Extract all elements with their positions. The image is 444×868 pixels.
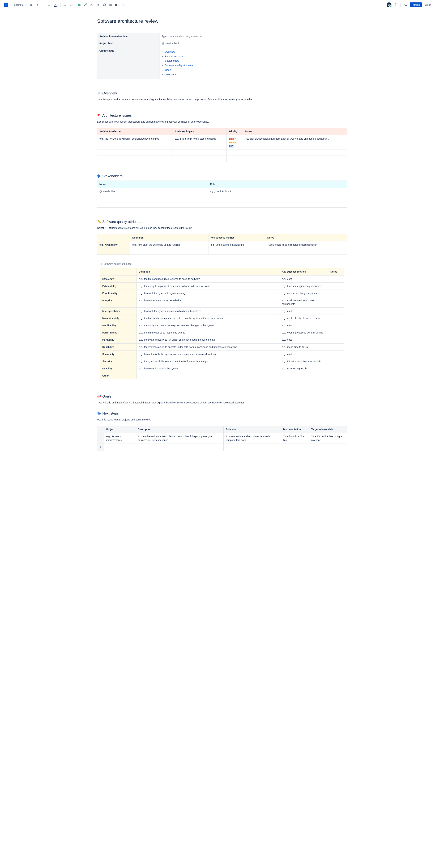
attr-name[interactable]: Reliability <box>100 343 137 350</box>
cell[interactable]: e.g., time and engineering resources <box>280 282 328 289</box>
find-replace-button[interactable] <box>403 2 408 8</box>
cell[interactable]: e.g., how well the system design is work… <box>137 290 280 297</box>
section-heading-issues[interactable]: 🚩 Architecture issues <box>97 114 347 118</box>
stakeholders-table[interactable]: Name Role @ stakeholder e.g., Lead Archi… <box>97 181 347 208</box>
attr-name[interactable]: Functionality <box>100 290 137 297</box>
cell[interactable]: e.g., work required to add new component… <box>280 297 328 308</box>
cell[interactable]: e.g., how cohesive is the system design <box>137 297 280 308</box>
cell[interactable] <box>328 308 344 315</box>
col-header[interactable]: Notes <box>265 234 347 241</box>
col-header[interactable] <box>97 234 130 241</box>
bullet-list-button[interactable] <box>62 2 67 8</box>
confluence-logo-icon[interactable] <box>4 3 8 7</box>
col-header[interactable]: Description <box>136 426 224 433</box>
cell[interactable]: Explain the time and resources required … <box>224 433 281 444</box>
toc-link[interactable]: Stakeholders <box>165 59 179 62</box>
toc-link[interactable]: Architecture issues <box>165 55 185 58</box>
cell[interactable]: e.g., cost <box>280 336 328 343</box>
attr-name[interactable]: Performance <box>100 329 137 336</box>
cell[interactable]: Explain the work your team plans to do a… <box>136 433 224 444</box>
cell[interactable]: e.g., events processed per unit of time <box>280 329 328 336</box>
col-header[interactable]: Priority <box>227 128 243 135</box>
cell[interactable]: e.g., mean time to failure <box>280 343 328 350</box>
meta-label[interactable]: Project lead <box>97 40 160 47</box>
cell[interactable] <box>328 336 344 343</box>
cell[interactable] <box>328 290 344 297</box>
attr-name[interactable]: Efficiency <box>100 275 137 282</box>
attr-name[interactable]: Integrity <box>100 297 137 308</box>
next-steps-table[interactable]: Project Description Estimate Documentati… <box>97 426 347 451</box>
section-heading-quality[interactable]: 📏 Software quality attributes <box>97 220 347 224</box>
toc-link[interactable]: Next steps <box>165 73 176 76</box>
col-header[interactable]: Business impact <box>173 128 226 135</box>
cell[interactable] <box>328 343 344 350</box>
quality-helper[interactable]: Select 1-2 attributes that your team wil… <box>97 226 347 230</box>
cell[interactable]: Type // to add a date using a calendar. <box>309 433 347 444</box>
attr-name[interactable]: Usability <box>100 365 137 372</box>
text-style-dropdown[interactable]: Heading 2 <box>11 3 28 7</box>
italic-button[interactable]: I <box>35 2 40 8</box>
issues-helper[interactable]: List issues with your current architectu… <box>97 120 347 124</box>
priority-cell[interactable]: HIGH / MEDIUM / LOW <box>227 135 243 150</box>
cell[interactable]: e.g., cost <box>280 350 328 358</box>
attr-name[interactable]: Scalability <box>100 350 137 358</box>
cell[interactable] <box>328 372 344 379</box>
cell[interactable]: e.g., how often the system is up and run… <box>130 241 208 248</box>
overview-helper[interactable]: Type /image to add an image of an archit… <box>97 98 347 101</box>
section-heading-stakeholders[interactable]: 🗣️ Stakeholders <box>97 174 347 178</box>
cell[interactable]: e.g., Frontend improvements <box>104 433 136 444</box>
meta-value[interactable]: @ mention lead <box>160 40 347 47</box>
cell[interactable]: e.g., Availability <box>97 241 130 248</box>
more-actions-button[interactable]: ⋯ <box>434 2 440 8</box>
layouts-dropdown[interactable] <box>114 2 120 8</box>
next-helper[interactable]: Use this space to plan projects and esti… <box>97 418 347 422</box>
meta-toc-cell[interactable]: Overview Architecture issues Stakeholder… <box>160 47 347 79</box>
toc-link[interactable]: Overview <box>165 50 175 53</box>
cell[interactable] <box>328 275 344 282</box>
cell[interactable]: e.g., the ability and resources required… <box>137 322 280 329</box>
col-header[interactable]: Key success metrics <box>208 234 265 241</box>
cell[interactable]: e.g., Lead Architect <box>208 188 347 195</box>
cell[interactable]: e.g., ripple effects of system repairs <box>280 315 328 322</box>
table-button[interactable] <box>108 2 113 8</box>
meta-label[interactable]: On this page <box>97 47 160 79</box>
cell[interactable]: Type / to add links to reports or docume… <box>265 241 347 248</box>
col-header[interactable]: Project <box>104 426 136 433</box>
cell[interactable]: You can provide additional information o… <box>243 135 347 150</box>
bold-button[interactable]: B <box>28 2 34 8</box>
cell[interactable] <box>328 329 344 336</box>
cell[interactable]: e.g., the time required to respond to ev… <box>137 329 280 336</box>
meta-value[interactable]: Type // to add a date using a calendar <box>160 33 347 40</box>
attr-name[interactable]: Security <box>100 358 137 365</box>
cell[interactable]: e.g., the time and resources required to… <box>137 275 280 282</box>
toc-link[interactable]: Goals <box>165 69 171 71</box>
col-header[interactable]: Notes <box>328 268 344 275</box>
cell[interactable]: e.g., the systems ability to resist unau… <box>137 358 280 365</box>
cell[interactable]: @ stakeholder <box>97 188 208 195</box>
numbered-list-dropdown[interactable]: 123 <box>68 2 74 8</box>
alignment-dropdown[interactable] <box>47 2 53 8</box>
quality-table[interactable]: Definition Key success metrics Notes e.g… <box>97 234 347 255</box>
close-button[interactable]: Close <box>423 2 433 7</box>
text-color-dropdown[interactable]: A <box>54 2 59 8</box>
cell[interactable] <box>328 322 344 329</box>
attr-name[interactable]: Modifiability <box>100 322 137 329</box>
insert-dropdown[interactable]: + <box>121 2 126 8</box>
cell[interactable]: e.g., the time and resources required to… <box>137 315 280 322</box>
quality-full-table[interactable]: Definition Key success metrics Notes Eff… <box>100 268 344 379</box>
action-item-button[interactable] <box>77 2 82 8</box>
cell[interactable] <box>328 297 344 308</box>
more-formatting-button[interactable]: ⋯ <box>41 2 46 8</box>
attr-name[interactable]: Interoperability <box>100 308 137 315</box>
cell[interactable]: Type / to add a Jira link. <box>281 433 309 444</box>
col-header[interactable]: Estimate <box>224 426 281 433</box>
col-header[interactable]: Target release date <box>309 426 347 433</box>
attr-name[interactable]: Other <box>100 372 137 379</box>
cell[interactable]: e.g., cost <box>280 275 328 282</box>
section-heading-overview[interactable]: 📋 Overview <box>97 91 347 95</box>
invite-button[interactable]: + <box>393 2 398 8</box>
attr-name[interactable]: Extensibility <box>100 282 137 289</box>
cell[interactable]: e.g., number of change requests <box>280 290 328 297</box>
cell[interactable]: e.g., the ability to implement or replac… <box>137 282 280 289</box>
cell[interactable]: e.g., the system's ability to operate un… <box>137 343 280 350</box>
